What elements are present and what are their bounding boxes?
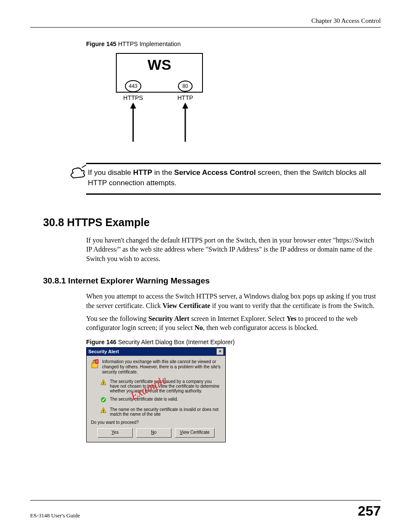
page-header: Chapter 30 Access Control: [30, 17, 381, 28]
dialog-item2: The security certificate date is valid.: [110, 397, 178, 404]
page-footer: ES-3148 User's Guide 257: [30, 500, 381, 519]
dialog-item1: The security certificate was issued by a…: [110, 379, 221, 393]
dialog-intro-text: Information you exchange with this site …: [102, 359, 221, 375]
section-30-8-heading: 30.8 HTTPS Example: [43, 216, 381, 229]
figure-145-number: Figure 145: [86, 40, 116, 47]
port-80: 80: [182, 83, 188, 89]
no-button[interactable]: No: [136, 428, 171, 438]
dialog-titlebar: Security Alert ×: [87, 348, 225, 356]
port-443: 443: [129, 83, 137, 89]
https-label: HTTPS: [123, 94, 143, 101]
section-30-8-1-heading: 30.8.1 Internet Explorer Warning Message…: [43, 276, 381, 286]
dialog-item3: The name on the security certificate is …: [110, 407, 221, 417]
figure-145-caption: Figure 145 HTTPS Implementation: [86, 40, 381, 47]
dialog-title: Security Alert: [88, 349, 119, 354]
warning-icon: !: [100, 379, 106, 393]
page-number: 257: [358, 503, 381, 519]
warning-icon: !: [100, 407, 106, 417]
svg-line-7: [82, 165, 86, 168]
svg-rect-8: [92, 363, 98, 368]
dialog-proceed-text: Do you want to proceed?: [91, 420, 221, 425]
http-label: HTTP: [177, 94, 193, 101]
close-button[interactable]: ×: [217, 348, 224, 355]
svg-text:!: !: [97, 360, 97, 364]
note-separator-bottom: [86, 193, 381, 195]
check-icon: [100, 397, 106, 404]
security-alert-dialog: Security Alert × ! Information you excha…: [86, 347, 226, 442]
figure-146-caption: Figure 146 Security Alert Dialog Box (In…: [86, 339, 381, 345]
svg-marker-4: [130, 103, 136, 109]
section-30-8-body: If you haven't changed the default HTTPS…: [86, 236, 381, 264]
svg-marker-6: [182, 103, 188, 109]
lock-icon: !: [91, 359, 99, 370]
figure-146-number: Figure 146: [86, 339, 116, 345]
svg-text:!: !: [103, 409, 104, 413]
note-block: If you disable HTTP in the Service Acces…: [69, 168, 381, 188]
https-implementation-diagram: WS 443 80 HTTPS HTTP: [103, 49, 215, 148]
footer-guide-name: ES-3148 User's Guide: [30, 512, 80, 519]
svg-text:!: !: [103, 381, 104, 385]
ws-label: WS: [148, 56, 171, 73]
figure-146-title: Security Alert Dialog Box (Internet Expl…: [116, 339, 235, 345]
section-30-8-1-para1: When you attempt to access the Switch HT…: [86, 292, 381, 310]
yes-button[interactable]: Yes: [97, 428, 133, 438]
figure-145: WS 443 80 HTTPS HTTP: [103, 49, 381, 150]
note-text: If you disable HTTP in the Service Acces…: [88, 168, 381, 188]
section-30-8-1-para2: You see the following Security Alert scr…: [86, 314, 381, 333]
note-separator-top: [86, 163, 381, 164]
figure-145-title: HTTPS Implementation: [116, 40, 181, 47]
chapter-label: Chapter 30 Access Control: [311, 17, 381, 24]
note-icon: [69, 163, 88, 182]
view-certificate-button[interactable]: View Certificate: [175, 428, 215, 438]
